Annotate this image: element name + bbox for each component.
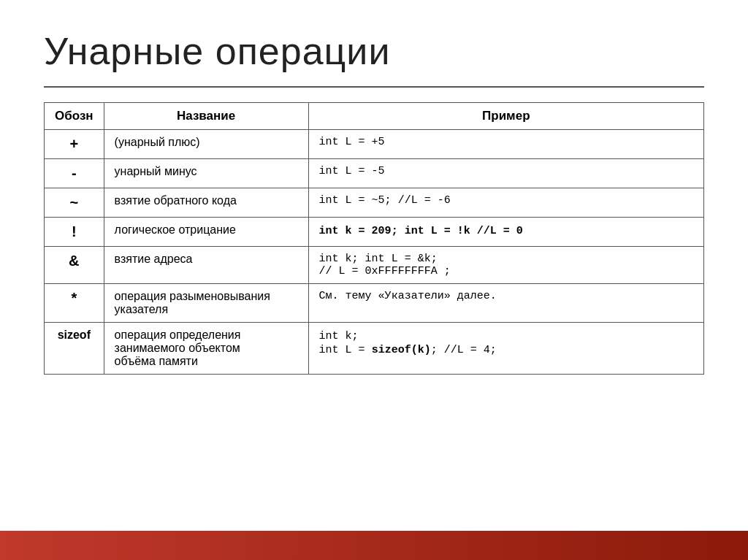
header-example: Пример — [308, 103, 703, 130]
header-name: Название — [104, 103, 308, 130]
example-amp: int k; int L = &k; // L = 0xFFFFFFFFA ; — [308, 247, 703, 284]
example-sizeof: int k; int L = sizeof(k); //L = 4; — [308, 323, 703, 375]
example-star: См. тему «Указатели» далее. — [308, 284, 703, 323]
bottom-bar — [0, 531, 748, 560]
name-star: операция разыменовывания указателя — [104, 284, 308, 323]
name-minus: унарный минус — [104, 159, 308, 188]
symbol-tilde: ~ — [45, 188, 104, 218]
table-row: & взятие адреса int k; int L = &k; // L … — [45, 247, 704, 284]
symbol-minus: - — [45, 159, 104, 188]
operations-table: Обозн Название Пример + (унарный плюс) i… — [44, 102, 704, 375]
name-sizeof: операция определениязанимаемого объектом… — [104, 323, 308, 375]
header-symbol: Обозн — [45, 103, 104, 130]
example-excl: int k = 209; int L = !k //L = 0 — [308, 218, 703, 247]
example-minus: int L = -5 — [308, 159, 703, 188]
symbol-excl: ! — [45, 218, 104, 247]
slide: Унарные операции Обозн Название Пример +… — [0, 0, 748, 531]
name-excl: логическое отрицание — [104, 218, 308, 247]
symbol-star: * — [45, 284, 104, 323]
table-row: - унарный минус int L = -5 — [45, 159, 704, 188]
table-row: ! логическое отрицание int k = 209; int … — [45, 218, 704, 247]
example-plus: int L = +5 — [308, 130, 703, 159]
name-plus: (унарный плюс) — [104, 130, 308, 159]
symbol-plus: + — [45, 130, 104, 159]
table-row: * операция разыменовывания указателя См.… — [45, 284, 704, 323]
table-row: ~ взятие обратного кода int L = ~5; //L … — [45, 188, 704, 218]
slide-title: Унарные операции — [44, 29, 704, 73]
example-tilde: int L = ~5; //L = -6 — [308, 188, 703, 218]
table-row: sizeof операция определениязанимаемого о… — [45, 323, 704, 375]
symbol-amp: & — [45, 247, 104, 284]
symbol-sizeof: sizeof — [45, 323, 104, 375]
table-row: + (унарный плюс) int L = +5 — [45, 130, 704, 159]
name-amp: взятие адреса — [104, 247, 308, 284]
title-underline — [44, 86, 704, 88]
name-tilde: взятие обратного кода — [104, 188, 308, 218]
